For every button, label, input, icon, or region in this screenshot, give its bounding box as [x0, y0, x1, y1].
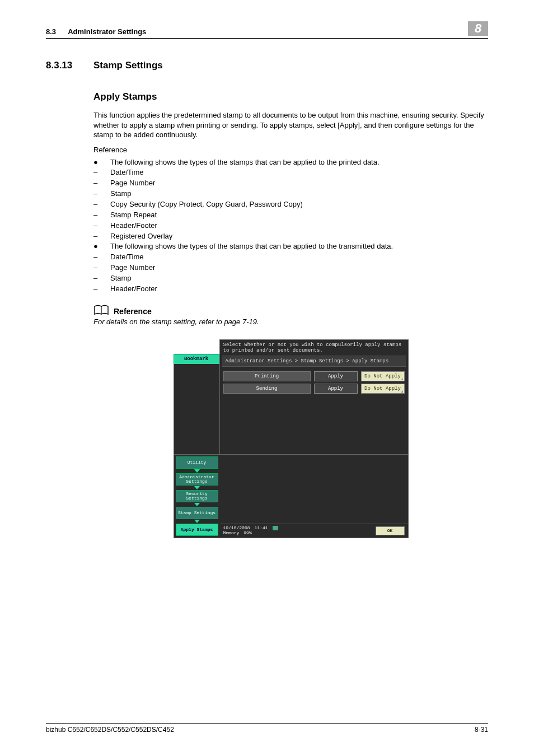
list-item: Date/Time	[110, 167, 143, 178]
list-item: Header/Footer	[110, 221, 157, 231]
device-screenshot: Bookmark Select whether or not you wish …	[174, 339, 409, 538]
book-icon	[93, 305, 109, 316]
apply-button[interactable]: Apply	[314, 371, 358, 381]
list-item: Header/Footer	[110, 284, 157, 295]
print-stamps-list: ●The following shows the types of the st…	[93, 157, 488, 295]
reference-block-title: Reference	[114, 307, 152, 316]
list-item: Date/Time	[110, 252, 143, 263]
nav-sidebar: Utility Administrator Settings Security …	[174, 455, 220, 538]
footer-model: bizhub C652/C652DS/C552/C552DS/C452	[46, 726, 174, 734]
chevron-down-icon	[176, 503, 218, 506]
header-section-title: Administrator Settings	[68, 27, 146, 36]
reference-block: Reference	[93, 305, 488, 316]
intro-paragraph: This function applies the predetermined …	[93, 110, 488, 140]
nav-admin-settings[interactable]: Administrator Settings	[176, 473, 218, 486]
reference-block-text: For details on the stamp setting, refer …	[93, 318, 488, 326]
list-item: Copy Security (Copy Protect, Copy Guard,…	[110, 199, 303, 210]
instruction-text: Select whether or not you wish to compul…	[220, 340, 408, 356]
status-memory-value: 99%	[243, 531, 251, 536]
reference-label: Reference	[93, 146, 488, 154]
chapter-badge: 8	[468, 21, 488, 36]
footer-page-number: 8-31	[475, 726, 488, 734]
svg-marker-2	[194, 503, 200, 506]
list-item: The following shows the types of the sta…	[110, 157, 380, 168]
apply-button[interactable]: Apply	[314, 384, 358, 394]
option-label: Printing	[223, 371, 311, 381]
svg-marker-3	[194, 520, 200, 523]
list-item: Page Number	[110, 178, 155, 189]
chevron-down-icon	[176, 469, 218, 473]
header-section-number: 8.3	[46, 27, 56, 36]
list-item: Stamp	[110, 273, 132, 284]
bookmark-tab[interactable]: Bookmark	[174, 354, 219, 364]
list-item: Stamp	[110, 189, 132, 199]
ok-button[interactable]: OK	[376, 526, 405, 535]
option-label: Sending	[223, 384, 311, 394]
section-title: Stamp Settings	[93, 60, 163, 71]
list-item: Registered Overlay	[110, 231, 172, 242]
status-time: 11:41	[255, 526, 268, 531]
status-memory-label: Memory	[223, 531, 240, 536]
nav-security-settings[interactable]: Security Settings	[176, 490, 218, 502]
list-item: The following shows the types of the sta…	[110, 241, 393, 252]
subsection-title: Apply Stamps	[93, 91, 488, 102]
nav-apply-stamps[interactable]: Apply Stamps	[176, 524, 218, 536]
section-heading: 8.3.13 Stamp Settings	[46, 60, 488, 71]
section-number: 8.3.13	[46, 60, 93, 71]
do-not-apply-button[interactable]: Do Not Apply	[361, 384, 405, 394]
list-item: Page Number	[110, 263, 155, 273]
nav-utility[interactable]: Utility	[176, 456, 218, 469]
header-left: 8.3 Administrator Settings	[46, 27, 146, 36]
page-header: 8.3 Administrator Settings 8	[46, 21, 488, 39]
chevron-down-icon	[176, 520, 218, 523]
option-row-printing: Printing Apply Do Not Apply	[223, 371, 405, 381]
nav-stamp-settings[interactable]: Stamp Settings	[176, 507, 218, 519]
page-footer: bizhub C652/C652DS/C552/C552DS/C452 8-31	[46, 723, 488, 734]
option-row-sending: Sending Apply Do Not Apply	[223, 384, 405, 394]
chevron-down-icon	[176, 486, 218, 489]
svg-marker-1	[194, 486, 200, 489]
memory-icon	[273, 526, 278, 530]
svg-marker-0	[194, 469, 200, 473]
do-not-apply-button[interactable]: Do Not Apply	[361, 371, 405, 381]
breadcrumb: Administrator Settings > Stamp Settings …	[222, 356, 406, 367]
list-item: Stamp Repeat	[110, 210, 157, 221]
status-bar: 10/10/2008 11:41 Memory 99% OK	[220, 524, 408, 538]
